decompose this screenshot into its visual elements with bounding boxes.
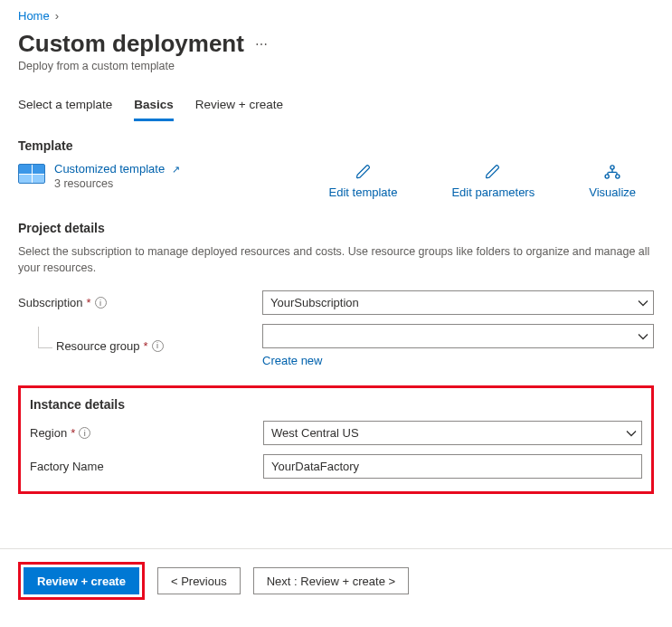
info-icon[interactable]: i [152,340,164,352]
required-indicator: * [71,426,75,440]
create-new-link[interactable]: Create new [262,354,322,367]
pencil-icon [485,162,501,182]
breadcrumb-home[interactable]: Home [18,9,50,23]
page-title: Custom deployment [18,30,244,58]
svg-point-0 [610,166,614,169]
info-icon[interactable]: i [95,297,107,309]
section-project-title: Project details [18,221,654,235]
previous-button[interactable]: < Previous [157,567,241,594]
footer: Review + create < Previous Next : Review… [0,548,672,613]
edit-parameters-button[interactable]: Edit parameters [451,162,535,199]
subscription-select[interactable] [262,290,654,315]
template-icon [18,164,45,184]
info-icon[interactable]: i [79,427,90,439]
resource-group-label: Resource group [56,339,140,353]
hierarchy-icon [603,162,621,182]
required-indicator: * [144,339,148,353]
subscription-label: Subscription [18,296,83,309]
tab-basics[interactable]: Basics [134,92,174,121]
section-template-title: Template [18,138,654,153]
region-label: Region [30,426,67,440]
region-select[interactable] [263,421,642,445]
edit-template-button[interactable]: Edit template [329,162,398,199]
pencil-icon [355,162,372,182]
factory-name-input[interactable] [263,454,642,479]
factory-name-label: Factory Name [30,460,104,473]
svg-point-1 [605,175,609,178]
instance-details-highlight: Instance details Region * i Factory Name [18,385,654,494]
external-link-icon: ↗ [172,164,180,175]
tab-select-template[interactable]: Select a template [18,92,112,121]
visualize-button[interactable]: Visualize [589,162,636,199]
tab-review-create[interactable]: Review + create [195,92,283,121]
required-indicator: * [87,296,91,309]
tree-line [38,327,52,348]
customized-template-link[interactable]: Customized template [54,162,165,176]
project-description: Select the subscription to manage deploy… [18,244,654,276]
chevron-right-icon: › [55,9,59,23]
next-button[interactable]: Next : Review + create > [253,567,409,594]
review-create-highlight: Review + create [18,562,145,600]
section-instance-title: Instance details [30,397,642,412]
edit-template-label: Edit template [329,185,398,199]
template-resource-count: 3 resources [54,177,180,190]
tabs: Select a template Basics Review + create [18,92,654,122]
resource-group-select[interactable] [262,324,654,348]
svg-point-2 [616,175,620,178]
page-subtitle: Deploy from a custom template [18,60,654,72]
review-create-button[interactable]: Review + create [24,567,139,594]
edit-parameters-label: Edit parameters [451,185,535,199]
breadcrumb: Home › [18,9,654,23]
visualize-label: Visualize [589,185,636,199]
more-icon[interactable]: ⋯ [255,37,270,52]
